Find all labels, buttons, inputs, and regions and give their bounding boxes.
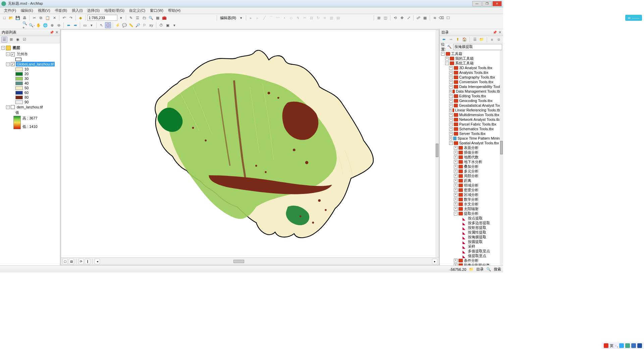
status-search-label[interactable]: 搜索 <box>494 267 501 272</box>
print-icon[interactable]: 🖶 <box>21 15 28 21</box>
goto-xy-icon[interactable]: xy <box>148 22 154 28</box>
edit-annotation-icon[interactable]: ▹ <box>255 15 261 21</box>
cut-icon[interactable]: ✂ <box>31 15 37 21</box>
delete-icon[interactable]: ✕ <box>51 15 57 21</box>
sketch-props-icon[interactable]: ▥ <box>328 15 334 21</box>
expand-icon[interactable]: + <box>454 169 458 173</box>
cat-toolset-item[interactable]: +地图代数 <box>440 155 503 159</box>
editor-dropdown-icon[interactable]: ▾ <box>238 15 244 21</box>
cat-toolboxes-root[interactable]: − 工具箱 <box>440 51 503 56</box>
expand-icon[interactable]: + <box>449 94 453 98</box>
trace-icon[interactable]: 〰 <box>275 15 281 21</box>
identify-icon[interactable]: ⓘ <box>105 22 111 28</box>
viewer-dropdown-icon[interactable]: ▾ <box>171 22 177 28</box>
menu-insert[interactable]: 插入(I) <box>70 7 85 14</box>
cat-tool-item[interactable]: ◣按多边形提取 <box>440 220 503 225</box>
expand-icon[interactable]: + <box>449 127 453 131</box>
expand-icon[interactable]: + <box>454 146 458 150</box>
expand-icon[interactable]: − <box>6 52 10 56</box>
georef-viewer-icon[interactable]: ▦ <box>422 15 428 21</box>
map-vscroll[interactable] <box>435 30 439 257</box>
cat-toolbox-item[interactable]: +Space Time Pattern Mining <box>440 136 503 141</box>
cat-toolbox-item[interactable]: −Spatial Analyst Tools.tbx <box>440 141 503 145</box>
undo-icon[interactable]: ↶ <box>61 15 67 21</box>
refresh-icon[interactable]: ⟳ <box>78 259 84 264</box>
split-icon[interactable]: ⊟ <box>308 15 314 21</box>
cat-toolset-item[interactable]: +插值分析 <box>440 150 503 155</box>
create-viewer-icon[interactable]: ▣ <box>165 22 171 28</box>
list-by-drawing-icon[interactable]: ☰ <box>1 37 7 43</box>
location-input[interactable] <box>453 44 502 50</box>
cat-toolset-item[interactable]: +叠加分析 <box>440 164 503 169</box>
arc-segment-icon[interactable]: ⌒ <box>268 15 274 21</box>
connect-folder-icon[interactable]: 📁 <box>479 37 485 43</box>
expand-icon[interactable]: + <box>449 90 451 93</box>
minimize-button[interactable]: — <box>472 1 482 6</box>
cat-toolbox-item[interactable]: +Editing Tools.tbx <box>440 94 503 98</box>
rotate-icon[interactable]: ↻ <box>315 15 321 21</box>
copy-icon[interactable]: ⧉ <box>38 15 44 21</box>
scroll-right-icon[interactable]: ▸ <box>432 259 437 264</box>
cat-toolbox-item[interactable]: +Conversion Tools.tbx <box>440 80 503 84</box>
legend-row[interactable]: 60 <box>0 90 60 95</box>
toolbox-icon[interactable]: 🧰 <box>161 15 167 21</box>
cat-toolbox-item[interactable]: +Geostatistical Analyst Tool <box>440 103 503 108</box>
expand-icon[interactable]: − <box>445 61 449 65</box>
expand-icon[interactable]: + <box>445 57 449 60</box>
panel-close-icon[interactable]: ✕ <box>55 30 58 35</box>
data-view-tab[interactable]: ▢ <box>62 259 68 264</box>
cut-polygon-icon[interactable]: ✂ <box>302 15 308 21</box>
status-catalog-icon[interactable]: 📁 <box>468 266 474 272</box>
close-button[interactable]: ✕ <box>492 1 502 6</box>
edit-vertices-icon[interactable]: ◇ <box>288 15 294 21</box>
expand-icon[interactable]: + <box>454 165 458 168</box>
cat-toolset-item[interactable]: +太阳辐射 <box>440 206 503 211</box>
expand-icon[interactable]: − <box>441 52 445 56</box>
cat-toolset-item[interactable]: +条件分析 <box>440 258 503 263</box>
expand-icon[interactable]: − <box>449 141 453 145</box>
map-hscroll[interactable] <box>104 260 428 263</box>
checkbox[interactable]: ✓ <box>11 62 15 66</box>
cat-toolset-item[interactable]: +表面分析 <box>440 145 503 150</box>
legend-row[interactable]: 40 <box>0 81 60 86</box>
cat-toolbox-item[interactable]: +Data Interoperability Tools <box>440 84 503 89</box>
cat-toolset-item[interactable]: +密度分析 <box>440 188 503 192</box>
menu-selection[interactable]: 选择(S) <box>85 7 102 14</box>
expand-icon[interactable]: − <box>1 46 5 50</box>
menu-help[interactable]: 帮助(H) <box>166 7 182 14</box>
expand-icon[interactable]: + <box>449 113 453 117</box>
fixed-zoom-in-icon[interactable]: ⊕ <box>49 22 55 28</box>
toc-layer-dem[interactable]: − dem_lanzhou.tif <box>0 104 60 110</box>
save-icon[interactable]: 💾 <box>15 15 21 21</box>
cat-tool-item[interactable]: ◣按圆提取 <box>440 239 503 244</box>
toc-icon[interactable]: ☰ <box>135 15 141 21</box>
layout-view-tab[interactable]: ▤ <box>69 259 74 264</box>
expand-icon[interactable]: + <box>454 188 458 192</box>
georef-link-icon[interactable]: ☍ <box>415 15 421 21</box>
georef-delete-icon[interactable]: ⌫ <box>438 15 444 21</box>
menu-customize[interactable]: 自定义(C) <box>127 7 147 14</box>
georef-fit-icon[interactable]: ◫ <box>382 15 388 21</box>
cat-toolset-item[interactable]: −提取分析 <box>440 211 503 216</box>
cat-tool-item[interactable]: ◣按点提取 <box>440 216 503 220</box>
legend-row[interactable]: 30 <box>0 76 60 81</box>
cat-toolset-item[interactable]: +地下水分析 <box>440 159 503 164</box>
cat-toolset-item[interactable]: +数学分析 <box>440 197 503 202</box>
toc-root[interactable]: − 图层 <box>0 45 60 51</box>
fixed-zoom-out-icon[interactable]: ⊖ <box>56 22 62 28</box>
expand-icon[interactable]: − <box>454 212 458 215</box>
editor-menu[interactable]: 编辑器(R) <box>219 15 237 20</box>
cat-toolbox-item[interactable]: +Cartography Tools.tbx <box>440 75 503 80</box>
expand-icon[interactable]: + <box>449 122 453 126</box>
checkbox[interactable] <box>11 105 15 109</box>
add-data-icon[interactable]: ◆ <box>77 15 84 21</box>
cat-toolset-item[interactable]: +多元分析 <box>440 169 503 173</box>
toc-lanzhou-symbol[interactable] <box>0 57 60 61</box>
redo-icon[interactable]: ↷ <box>68 15 74 21</box>
select-dropdown-icon[interactable]: ▾ <box>89 22 95 28</box>
legend-row[interactable]: 90 <box>0 100 60 104</box>
open-icon[interactable]: 📂 <box>8 15 14 21</box>
cat-toolset-item[interactable]: +区域分析 <box>440 192 503 197</box>
full-extent-icon[interactable]: 🌐 <box>42 22 48 28</box>
cat-toolbox-item[interactable]: +Data Management Tools.tbx <box>440 89 503 94</box>
